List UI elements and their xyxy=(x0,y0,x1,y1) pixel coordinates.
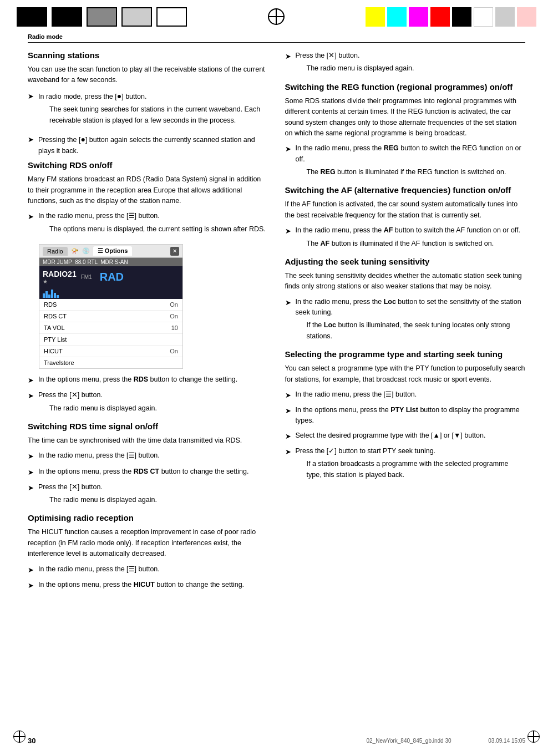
rds-time-body: The time can be synchronised with the ti… xyxy=(28,435,268,446)
seek-sensitivity-bullet-1-text: In the radio menu, press the Loc button … xyxy=(296,298,521,316)
reg-function-bullet-1-text: In the radio menu, press the REG button … xyxy=(296,144,521,163)
reg-box-2 xyxy=(52,7,82,27)
af-function-bullet-1-text: In the radio menu, press the AF button t… xyxy=(296,226,521,234)
bullet-arrow-icon-15: ➤ xyxy=(285,390,291,401)
options-menu-image: Radio 📯 💿 ☰ Options ✕ MDR JUMP 88.0 RTL … xyxy=(39,244,183,369)
rds-label: RDS xyxy=(44,301,57,308)
close-icon[interactable]: ✕ xyxy=(170,247,179,256)
rds-onoff-bullet-3-sub: The radio menu is displayed again. xyxy=(49,403,268,414)
bullet-arrow-icon-4: ➤ xyxy=(28,375,34,386)
eq-bar-2 xyxy=(45,291,48,298)
scanning-bullet-2: ➤ Pressing the [●] button again selects … xyxy=(28,134,268,156)
bullet-arrow-icon-7: ➤ xyxy=(28,467,34,478)
footer-crosshair-right xyxy=(525,728,542,745)
optimising-body: The HICUT function causes a reception im… xyxy=(28,527,268,559)
bullet-arrow-icon-17: ➤ xyxy=(285,431,291,442)
rds-onoff-bullet-3: ➤ Press the [✕] button. The radio menu i… xyxy=(28,390,268,418)
programme-type-bullet-3-text: Select the desired programme type with t… xyxy=(296,432,486,439)
optimising-bullet-1-text: In the radio menu, press the [☰] button. xyxy=(38,565,160,573)
bullet-arrow-icon: ➤ xyxy=(28,91,34,102)
footer-date: 03.09.14 15:05 xyxy=(488,738,525,744)
scanning-body: You can use the scan function to play al… xyxy=(28,64,268,86)
programme-type-bullet-2-text: In the options menu, press the PTY List … xyxy=(296,406,520,424)
programme-type-bullet-4-sub: If a station broadcasts a programme with… xyxy=(307,459,526,480)
seek-sensitivity-section: Adjusting the seek tuning sensitivity Th… xyxy=(285,257,526,346)
scanning-bullet-1-text: In radio mode, press the [●] button. xyxy=(38,93,146,100)
af-function-bullet-1-sub: The AF button is illuminated if the AF f… xyxy=(307,239,526,249)
bullet-arrow-icon-18: ➤ xyxy=(285,447,291,458)
options-row-hicut: HICUT On xyxy=(39,346,182,357)
reg-box-4 xyxy=(121,7,152,27)
rds-onoff-bullet-3-text: Press the [✕] button. xyxy=(38,391,103,399)
rds-onoff-bullet-1-sub: The options menu is displayed, the curre… xyxy=(49,224,268,235)
reg-function-body: Some RDS stations divide their programme… xyxy=(285,96,526,139)
options-top-bar: Radio 📯 💿 ☰ Options ✕ xyxy=(39,245,182,258)
af-function-heading: Switching the AF (alternative frequencie… xyxy=(285,185,526,195)
eq-bar-5 xyxy=(54,293,56,298)
page-number: 30 xyxy=(28,737,35,745)
programme-type-bullet-4-text: Press the [✓] button to start PTY seek t… xyxy=(296,447,436,455)
reg-box-5 xyxy=(156,7,187,27)
footer-crosshair-left xyxy=(11,728,28,745)
color-magenta xyxy=(409,7,428,27)
options-subheader: MDR JUMP 88.0 RTL MDR S-AN xyxy=(39,258,182,266)
rds-onoff-heading: Switching RDS on/off xyxy=(28,160,268,170)
bullet-arrow-icon-16: ➤ xyxy=(285,405,291,417)
rdsct-label: RDS CT xyxy=(44,313,67,319)
rds-time-bullet-3-sub: The radio menu is displayed again. xyxy=(49,495,268,505)
bullet-arrow-icon-2: ➤ xyxy=(28,134,34,145)
eq-bar-1 xyxy=(43,293,45,298)
page-content: Radio mode Scanning stations You can use… xyxy=(0,33,553,612)
bullet-arrow-icon-12: ➤ xyxy=(285,144,291,155)
color-white xyxy=(474,7,493,27)
section-label: Radio mode xyxy=(28,33,525,43)
radio-tab: Radio xyxy=(43,247,68,256)
reg-marks-right xyxy=(366,7,536,27)
reg-function-section: Switching the REG function (regional pro… xyxy=(285,82,526,182)
ptylist-label: PTY List xyxy=(44,336,67,343)
af-function-bullet-1: ➤ In the radio menu, press the AF button… xyxy=(285,225,526,253)
rdsct-value: On xyxy=(170,313,178,319)
bullet-arrow-icon-14: ➤ xyxy=(285,297,291,308)
cd-icon: 💿 xyxy=(82,247,90,255)
reg-function-bullet-1: ➤ In the radio menu, press the REG butto… xyxy=(285,143,526,181)
header-marks xyxy=(0,0,553,33)
color-pink xyxy=(517,7,536,27)
footer-file-info: 02_NewYork_840_845_gb.indd 30 03.09.14 1… xyxy=(366,738,525,744)
rds-onoff-bullet-2: ➤ In the options menu, press the RDS but… xyxy=(28,374,268,386)
options-row-rds: RDS On xyxy=(39,299,182,311)
scanning-section: Scanning stations You can use the scan f… xyxy=(28,50,268,156)
rds-time-heading: Switching RDS time signal on/off xyxy=(28,422,268,431)
color-lgray xyxy=(495,7,515,27)
station-freq-label: FM1 xyxy=(81,274,92,280)
eq-bars xyxy=(39,288,182,299)
two-col-layout: Scanning stations You can use the scan f… xyxy=(28,50,525,595)
press-x-bullet: ➤ Press the [✕] button. The radio menu i… xyxy=(285,50,526,78)
programme-type-bullet-2: ➤ In the options menu, press the PTY Lis… xyxy=(285,405,526,427)
right-column: ➤ Press the [✕] button. The radio menu i… xyxy=(285,50,526,595)
rds-time-bullet-1: ➤ In the radio menu, press the [☰] butto… xyxy=(28,450,268,462)
options-body: RDS On RDS CT On TA VOL 10 PTY List xyxy=(39,299,182,368)
station-sub: ★ xyxy=(43,278,77,285)
rds-time-bullet-3: ➤ Press the [✕] button. The radio menu i… xyxy=(28,482,268,510)
rds-onoff-bullet-2-text: In the options menu, press the RDS butto… xyxy=(38,376,237,383)
reg-box-1 xyxy=(17,7,47,27)
tavol-label: TA VOL xyxy=(44,324,65,331)
scanning-bullet-1-sub: The seek tuning searches for stations in… xyxy=(49,104,268,126)
rds-onoff-bullet-1: ➤ In the radio menu, press the [☰] butto… xyxy=(28,211,268,239)
options-row-ptylist: PTY List xyxy=(39,334,182,346)
bullet-arrow-icon-8: ➤ xyxy=(28,483,34,494)
footer-crosshair-circle-right xyxy=(527,730,540,743)
color-red xyxy=(430,7,450,27)
press-x-section: ➤ Press the [✕] button. The radio menu i… xyxy=(285,50,526,78)
programme-type-bullet-3: ➤ Select the desired programme type with… xyxy=(285,430,526,442)
options-row-rdsct: RDS CT On xyxy=(39,311,182,322)
options-tab: ☰ Options xyxy=(93,246,133,256)
rds-time-bullet-1-text: In the radio menu, press the [☰] button. xyxy=(38,451,160,459)
footer-crosshair-circle-left xyxy=(13,730,26,743)
programme-type-heading: Selecting the programme type and startin… xyxy=(285,349,526,359)
color-cyan xyxy=(387,7,407,27)
rds-onoff-section: Switching RDS on/off Many FM stations br… xyxy=(28,160,268,418)
optimising-bullet-1: ➤ In the radio menu, press the [☰] butto… xyxy=(28,564,268,576)
programme-type-bullet-1: ➤ In the radio menu, press the [☰] butto… xyxy=(285,389,526,401)
